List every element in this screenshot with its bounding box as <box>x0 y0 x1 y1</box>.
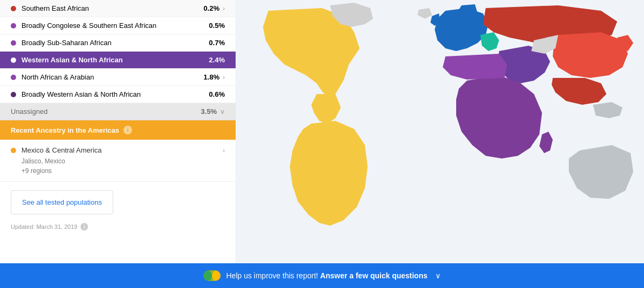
unassigned-percentage: 3.5% <box>201 107 217 116</box>
ancestry-dot <box>11 6 16 11</box>
icon-svg <box>204 271 219 280</box>
ancestry-item-north-african[interactable]: North African & Arabian 1.8% › <box>0 69 236 86</box>
bottom-bar[interactable]: Help us improve this report! Answer a fe… <box>0 263 644 288</box>
sub-region-label: Jalisco, Mexico <box>11 157 225 165</box>
ancestry-percentage: 1.8% <box>203 73 219 81</box>
ancestry-list: Southern East African 0.2% › Broadly Con… <box>0 0 236 103</box>
updated-text: Updated: March 31, 2019 i <box>0 223 236 239</box>
chevron-right-icon: › <box>223 147 225 154</box>
ancestry-percentage: 0.2% <box>203 4 219 12</box>
survey-icon <box>203 270 221 281</box>
chevron-down-icon: ∨ <box>220 108 225 116</box>
recent-ancestry-content: Mexico & Central America › Jalisco, Mexi… <box>0 140 236 182</box>
recent-ancestry-title: Recent Ancestry in the Americas <box>11 126 119 134</box>
recent-ancestry-header: Recent Ancestry in the Americas i <box>0 120 236 140</box>
ancestry-dot <box>11 57 16 63</box>
ancestry-item-southern-east-african[interactable]: Southern East African 0.2% › <box>0 0 236 17</box>
ancestry-sidebar: Southern East African 0.2% › Broadly Con… <box>0 0 236 263</box>
ancestry-dot <box>11 75 16 80</box>
ancestry-percentage: 2.4% <box>209 56 225 64</box>
world-map-container <box>236 0 644 263</box>
unassigned-label: Unassigned <box>11 107 201 116</box>
svg-rect-2 <box>212 271 219 280</box>
updated-date: Updated: March 31, 2019 <box>11 224 77 230</box>
ancestry-percentage: 0.7% <box>209 39 225 47</box>
bottom-bar-message: Help us improve this report! Answer a fe… <box>226 271 427 280</box>
ancestry-dot <box>11 23 16 28</box>
ancestry-item-western-asian[interactable]: Western Asian & North African 2.4% <box>0 52 236 69</box>
chevron-right-icon: › <box>223 74 225 81</box>
more-regions-label: +9 regions <box>11 167 225 175</box>
svg-rect-1 <box>204 271 212 280</box>
ancestry-label: Broadly Sub-Saharan African <box>21 39 204 47</box>
region-dot <box>11 148 16 153</box>
world-map-svg <box>236 0 644 263</box>
bottom-bar-cta: Answer a few quick questions <box>320 271 428 280</box>
ancestry-label: Broadly Congolese & Southern East Africa… <box>21 21 204 30</box>
ancestry-item-broadly-congolese[interactable]: Broadly Congolese & Southern East Africa… <box>0 17 236 34</box>
chevron-down-icon-bar: ∨ <box>435 271 441 280</box>
ancestry-label: Southern East African <box>21 4 199 12</box>
ancestry-dot <box>11 92 16 97</box>
ancestry-percentage: 0.6% <box>209 90 225 98</box>
info-icon[interactable]: i <box>123 126 132 134</box>
ancestry-label: Broadly Western Asian & North African <box>21 90 204 98</box>
ancestry-dot <box>11 40 16 46</box>
ancestry-item-broadly-sub-saharan[interactable]: Broadly Sub-Saharan African 0.7% <box>0 34 236 52</box>
ancestry-label: North African & Arabian <box>21 73 199 81</box>
ancestry-label: Western Asian & North African <box>21 56 204 64</box>
region-item-mexico[interactable]: Mexico & Central America › <box>11 146 225 154</box>
see-all-button[interactable]: See all tested populations <box>11 190 113 214</box>
chevron-right-icon: › <box>223 5 225 12</box>
unassigned-row[interactable]: Unassigned 3.5% ∨ <box>0 103 236 120</box>
ancestry-item-broadly-western-asian[interactable]: Broadly Western Asian & North African 0.… <box>0 86 236 103</box>
region-name: Mexico & Central America <box>21 146 223 154</box>
info-icon-small[interactable]: i <box>80 223 88 231</box>
ancestry-percentage: 0.5% <box>209 21 225 30</box>
